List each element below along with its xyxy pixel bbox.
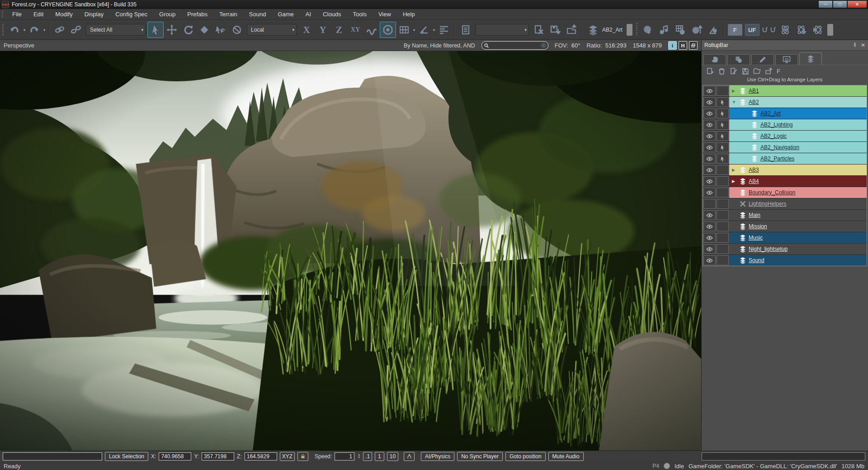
axis-xy-button[interactable]: XY [347, 22, 363, 38]
menu-game[interactable]: Game [272, 9, 299, 19]
no-sync-player-button[interactable]: No Sync Player [457, 452, 503, 461]
snap-grid-button[interactable] [396, 22, 412, 38]
redo-dropdown[interactable]: ▾ [43, 28, 45, 32]
pick-toggle[interactable] [717, 120, 729, 130]
visibility-toggle[interactable] [703, 120, 716, 130]
visibility-toggle[interactable] [703, 199, 716, 209]
pick-toggle[interactable] [717, 244, 729, 254]
selection-filter-combo[interactable]: Select All ▾ [86, 24, 146, 36]
unlink-button[interactable] [68, 22, 84, 38]
save-layer-icon[interactable] [741, 67, 749, 75]
undo-button[interactable] [6, 22, 23, 38]
maximize-button[interactable]: □ [833, 1, 847, 8]
maximize-viewport-button[interactable] [689, 41, 698, 50]
helpers-toggle-button[interactable]: H [679, 41, 687, 50]
visibility-toggle[interactable] [703, 233, 716, 243]
layer-row-sound[interactable]: Sound [703, 255, 867, 266]
menu-file[interactable]: File [6, 9, 28, 19]
visibility-toggle[interactable] [703, 176, 716, 186]
layer-name[interactable]: AB2 [749, 99, 759, 105]
toolbar-overflow-handle[interactable] [827, 24, 833, 36]
layer-name[interactable]: Music [749, 235, 763, 241]
menu-grip[interactable] [2, 11, 3, 18]
speed-preset-1[interactable]: 1 [375, 452, 384, 461]
tab-objects[interactable] [703, 54, 726, 65]
pick-toggle[interactable] [717, 154, 729, 164]
magnet-button-2[interactable] [769, 22, 777, 38]
layer-row-ab2[interactable]: ▼AB2 [703, 97, 867, 108]
menu-prefabs[interactable]: Prefabs [181, 9, 213, 19]
named-selection-combo[interactable]: ▾ [476, 24, 529, 36]
pick-toggle[interactable] [717, 188, 729, 197]
pick-toggle[interactable] [717, 199, 729, 209]
physics-play-button[interactable] [810, 22, 826, 38]
coord-system-combo[interactable]: Local ▾ [247, 24, 297, 36]
layer-name[interactable]: AB1 [749, 88, 759, 94]
pick-toggle[interactable] [717, 142, 729, 152]
speed-preset-01[interactable]: .1 [363, 452, 372, 461]
minimize-button[interactable]: ─ [818, 1, 833, 8]
pin-icon[interactable] [852, 42, 857, 48]
menu-modify[interactable]: Modify [49, 9, 78, 19]
visibility-toggle[interactable] [703, 221, 716, 231]
visibility-toggle[interactable] [703, 86, 716, 96]
menu-clouds[interactable]: Clouds [317, 9, 347, 19]
ai-physics-button[interactable]: AI/Physics [421, 452, 454, 461]
axis-x-button[interactable]: X [298, 22, 315, 38]
pick-toggle[interactable] [717, 255, 729, 265]
snap-angle-button[interactable] [416, 22, 432, 38]
visibility-toggle[interactable] [703, 255, 716, 265]
x-coord-field[interactable] [159, 452, 191, 461]
snap-to-geometry-button[interactable] [380, 22, 396, 38]
link-button[interactable] [52, 22, 68, 38]
pick-toggle[interactable] [717, 210, 729, 220]
clear-search-icon[interactable]: ⓧ [541, 42, 546, 49]
current-layer-label[interactable]: AB2_Art [602, 27, 623, 33]
layer-row-ab2-logic[interactable]: AB2_Logic [703, 131, 867, 142]
freeze-all-button[interactable]: F [777, 68, 780, 75]
redo-button[interactable] [26, 22, 42, 38]
visibility-toggle[interactable] [703, 165, 716, 175]
delete-layer-icon[interactable] [718, 67, 726, 75]
speed-preset-10[interactable]: 10 [387, 452, 398, 461]
console-line-field[interactable] [702, 452, 865, 461]
no-select-terrain-button[interactable] [229, 22, 245, 38]
axis-z-button[interactable]: Z [331, 22, 347, 38]
layer-name[interactable]: Boundary_Collision [749, 189, 795, 196]
menu-terrain[interactable]: Terrain [213, 9, 243, 19]
goto-player-button[interactable] [404, 452, 415, 461]
tab-display[interactable] [775, 54, 798, 65]
align-button[interactable] [436, 22, 452, 38]
export-selection-button[interactable] [563, 22, 580, 38]
visibility-toggle[interactable] [703, 188, 716, 197]
viewport-resolution[interactable]: 1548 x 879 [633, 42, 662, 49]
layer-name[interactable]: Sound [749, 257, 764, 263]
ratio-value[interactable]: 516:293 [605, 42, 627, 49]
mute-audio-button[interactable]: Mute Audio [548, 452, 584, 461]
pick-toggle[interactable] [717, 165, 729, 175]
layer-scroll-handle[interactable] [627, 24, 632, 36]
speed-spinner[interactable]: ▲▼ [358, 454, 360, 459]
layer-row-main[interactable]: Main [703, 210, 867, 221]
menu-help[interactable]: Help [397, 9, 421, 19]
menu-sound[interactable]: Sound [243, 9, 272, 19]
pick-toggle[interactable] [717, 131, 729, 141]
follow-terrain-button[interactable] [363, 22, 380, 38]
physics-raise-button[interactable] [689, 22, 705, 38]
delete-selection-button[interactable] [531, 22, 547, 38]
named-selection-list-button[interactable] [458, 22, 474, 38]
pick-toggle[interactable] [717, 176, 729, 186]
pick-toggle[interactable] [717, 108, 729, 118]
menu-ai[interactable]: AI [300, 9, 317, 19]
close-panel-icon[interactable]: ✕ [861, 42, 865, 48]
layer-row-ab2-lighting[interactable]: AB2_Lighting [703, 119, 867, 131]
layers-button[interactable] [585, 22, 601, 38]
visibility-toggle[interactable] [703, 108, 716, 118]
expand-arrow-icon[interactable]: ▼ [732, 100, 737, 104]
pick-toggle[interactable] [717, 97, 729, 107]
menu-config-spec[interactable]: Config Spec [109, 9, 153, 19]
layer-row-ab4[interactable]: ▶AB4 [703, 176, 867, 187]
speed-field[interactable] [335, 452, 354, 461]
viewport-search[interactable]: ⓧ [481, 41, 548, 50]
angle-snap-dropdown[interactable]: ▾ [433, 28, 435, 32]
